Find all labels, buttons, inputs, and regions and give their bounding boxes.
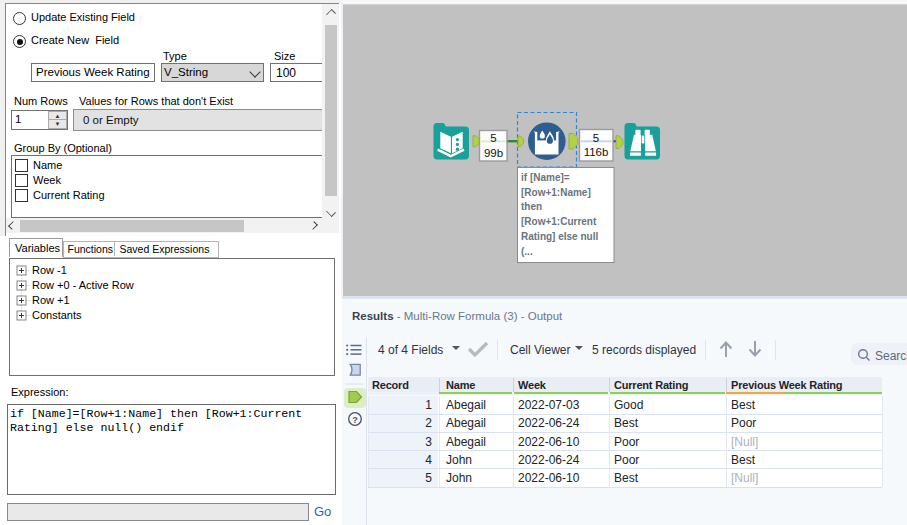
svg-text:(...: (... [521,246,533,257]
svg-text:116b: 116b [584,146,609,158]
svg-text:then: then [521,201,542,212]
svg-text:[Row+1:Name]: [Row+1:Name] [521,187,591,198]
svg-text:if [Name]=: if [Name]= [521,172,570,183]
svg-text:?: ? [352,415,358,425]
svg-text:5: 5 [593,132,599,144]
svg-text:Rating] else null: Rating] else null [521,231,598,242]
svg-text:[Row+1:Current: [Row+1:Current [521,216,597,227]
svg-text:5: 5 [490,132,496,144]
svg-text:99b: 99b [484,147,503,159]
